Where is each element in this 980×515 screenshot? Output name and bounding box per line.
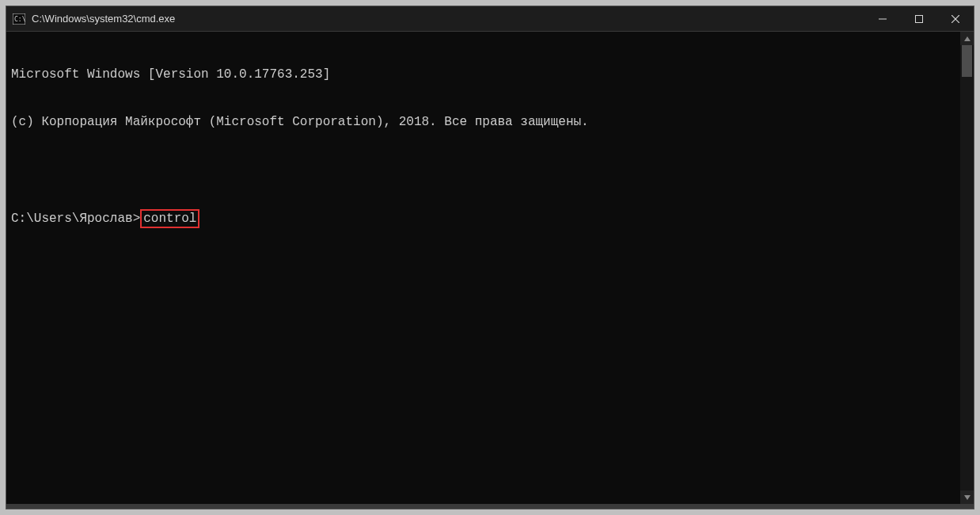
banner-line-2: (c) Корпорация Майкрософт (Microsoft Cor… [11,114,957,130]
window-controls [864,6,974,31]
minimize-icon [879,15,887,23]
svg-rect-2 [879,18,887,19]
scroll-down-button[interactable] [960,490,974,504]
minimize-button[interactable] [864,6,901,31]
svg-marker-7 [964,495,971,500]
prompt-path: C:\Users\Ярослав> [11,211,140,227]
scrollbar-track[interactable] [960,45,974,490]
maximize-button[interactable] [901,6,937,31]
terminal-output[interactable]: Microsoft Windows [Version 10.0.17763.25… [6,32,960,504]
terminal-area: Microsoft Windows [Version 10.0.17763.25… [6,32,974,504]
vertical-scrollbar[interactable] [960,32,974,504]
chevron-up-icon [964,36,971,42]
svg-text:C:\: C:\ [14,16,25,23]
titlebar[interactable]: C:\ C:\Windows\system32\cmd.exe [6,6,974,32]
scroll-up-button[interactable] [960,32,974,45]
chevron-down-icon [964,494,971,501]
cmd-window: C:\ C:\Windows\system32\cmd.exe Microsof… [6,6,974,509]
svg-rect-3 [916,15,923,22]
cmd-icon: C:\ [13,13,25,25]
command-input[interactable]: control [140,209,199,228]
svg-marker-6 [964,36,971,41]
maximize-icon [915,15,923,23]
window-title: C:\Windows\system32\cmd.exe [32,6,864,32]
banner-line-1: Microsoft Windows [Version 10.0.17763.25… [11,67,957,82]
blank-line [11,162,957,177]
scrollbar-thumb[interactable] [962,45,972,77]
window-bottom-border [6,504,974,509]
prompt-line: C:\Users\Ярослав>control [11,209,957,228]
close-button[interactable] [937,6,974,31]
close-icon [952,15,959,23]
